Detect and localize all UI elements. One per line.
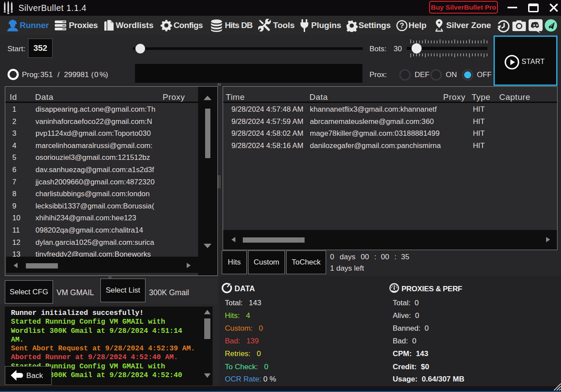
svg-text:?: ? xyxy=(400,21,404,29)
